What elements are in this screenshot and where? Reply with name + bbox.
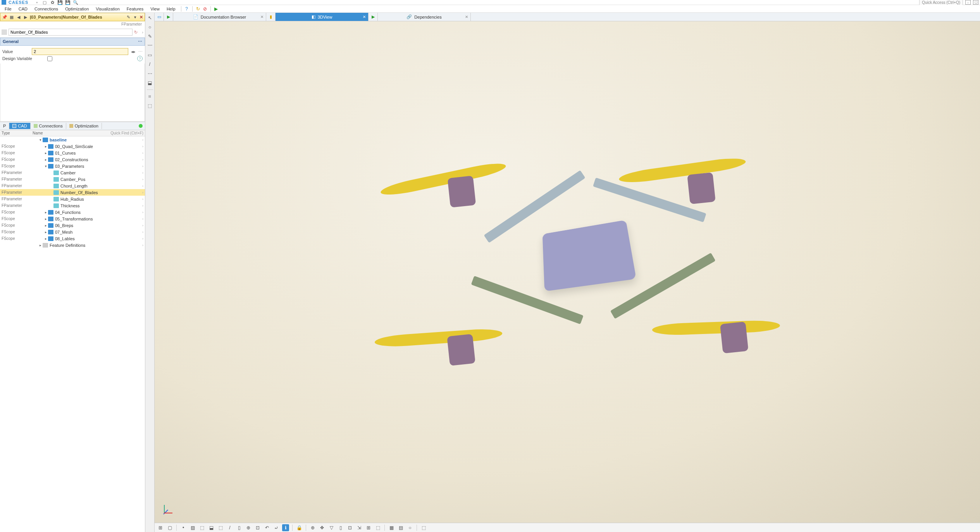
- vtool-point-icon[interactable]: ○: [146, 24, 153, 31]
- menu-features[interactable]: Features: [124, 6, 146, 12]
- close-tab-icon[interactable]: ✕: [363, 15, 366, 19]
- expander-icon[interactable]: ▾: [38, 138, 43, 142]
- value-spinner-icon[interactable]: ◂▸: [131, 49, 136, 54]
- tree-tab-p[interactable]: P: [0, 123, 9, 129]
- bt-undo-icon[interactable]: ↶: [264, 524, 270, 531]
- editor-tab-dep-pre[interactable]: ▶: [369, 13, 378, 21]
- editor-tab-dependencies[interactable]: 🔗 Dependencies ✕: [378, 13, 471, 21]
- menu-visualization[interactable]: Visualization: [93, 6, 123, 12]
- tree-row[interactable]: FScope▸06_Breps›: [0, 222, 145, 229]
- close-tab-icon[interactable]: ✕: [465, 15, 468, 19]
- dropdown-icon[interactable]: ▾: [133, 15, 138, 20]
- menu-file[interactable]: File: [2, 6, 15, 12]
- tree-row[interactable]: FScope▸01_Curves›: [0, 150, 145, 156]
- help-badge-icon[interactable]: ?: [137, 56, 143, 61]
- editor-tab-3d-pre[interactable]: ▮: [266, 13, 276, 21]
- vtool-select-icon[interactable]: ↖: [146, 14, 153, 21]
- vtool-curve-icon[interactable]: 〰: [146, 42, 153, 49]
- bt-hidden-icon[interactable]: ⬚: [217, 524, 224, 531]
- expander-icon[interactable]: ▸: [43, 210, 48, 214]
- close-panel-icon[interactable]: ✕: [140, 15, 143, 20]
- tree-row[interactable]: ▾baseline›: [0, 136, 145, 143]
- tree-row[interactable]: FScope▸02_Constructions›: [0, 156, 145, 163]
- tree-quick-find[interactable]: Quick Find (Ctrl+F): [110, 131, 143, 135]
- quick-access-field[interactable]: Quick Access (Ctrl+Q): [919, 0, 963, 5]
- tree-row[interactable]: FParameterThickness›: [0, 202, 145, 209]
- help-icon[interactable]: ?: [184, 6, 190, 12]
- bt-zoom-icon[interactable]: ⊕: [309, 524, 316, 531]
- expander-icon[interactable]: ▸: [43, 145, 48, 148]
- close-tab-icon[interactable]: ✕: [260, 15, 264, 19]
- vtool-more-icon[interactable]: ⋯: [146, 70, 153, 77]
- bt-lock-icon[interactable]: 🔒: [296, 524, 303, 531]
- bt-shade-icon[interactable]: ▨: [189, 524, 196, 531]
- tb-save-icon[interactable]: 💾: [58, 0, 62, 5]
- bt-empty-icon[interactable]: ⬚: [374, 524, 381, 531]
- tree-row[interactable]: FScope▸07_Mesh›: [0, 229, 145, 235]
- bt-circle-icon[interactable]: ○: [406, 524, 413, 531]
- general-section-header[interactable]: General ⋯: [0, 38, 145, 46]
- tree-row[interactable]: FParameterNumber_Of_Blades›: [0, 189, 145, 196]
- bt-edge-icon[interactable]: /: [226, 524, 233, 531]
- bt-redo-icon[interactable]: ⤾: [273, 524, 280, 531]
- run-icon[interactable]: ▶: [213, 6, 219, 12]
- expander-icon[interactable]: ▸: [43, 224, 48, 227]
- bt-down-icon[interactable]: ▽: [328, 524, 335, 531]
- tree-row[interactable]: FParameterHub_Radius›: [0, 196, 145, 202]
- tree-row[interactable]: FParameterCamber›: [0, 169, 145, 176]
- vtool-solid-icon[interactable]: ⬓: [146, 79, 153, 86]
- bt-pan-icon[interactable]: ✥: [319, 524, 326, 531]
- tree-row[interactable]: FScope▸05_Transformations›: [0, 215, 145, 222]
- section-menu-icon[interactable]: ⋯: [138, 39, 142, 44]
- reload-icon[interactable]: ↻: [134, 30, 140, 35]
- nav-back-icon[interactable]: ◀: [16, 15, 21, 20]
- editor-tab-add[interactable]: ▶: [164, 13, 173, 21]
- pin-icon[interactable]: 📌: [2, 15, 7, 20]
- refresh-icon[interactable]: ↻: [195, 6, 201, 12]
- nav-fwd-icon[interactable]: ▶: [23, 15, 28, 20]
- menu-view[interactable]: View: [147, 6, 163, 12]
- bt-export-icon[interactable]: ⇲: [356, 524, 363, 531]
- expander-icon[interactable]: ▸: [38, 243, 43, 247]
- tree-row[interactable]: FScope▸08_Lables›: [0, 235, 145, 242]
- edit-icon[interactable]: ✎: [126, 15, 131, 20]
- object-name-input[interactable]: [9, 29, 133, 36]
- tb-saveall-icon[interactable]: 💾: [65, 0, 70, 5]
- tree-row[interactable]: ▸Feature Definitions›: [0, 242, 145, 248]
- tree-row[interactable]: FScope▸00_Quad_SimScale›: [0, 143, 145, 150]
- bt-rect-icon[interactable]: ▯: [337, 524, 344, 531]
- tree-row[interactable]: FScope▾03_Parameters›: [0, 163, 145, 169]
- vtool-surface-icon[interactable]: ▭: [146, 52, 153, 59]
- design-variable-checkbox[interactable]: [47, 56, 52, 61]
- project-tree[interactable]: ▾baseline›FScope▸00_Quad_SimScale›FScope…: [0, 136, 145, 532]
- editor-tab-toggle[interactable]: ▭: [155, 13, 164, 21]
- expander-icon[interactable]: ▸: [43, 217, 48, 221]
- tree-row[interactable]: FScope▸04_Functions›: [0, 209, 145, 215]
- bt-grid-icon[interactable]: ⊡: [254, 524, 261, 531]
- menu-cad[interactable]: CAD: [16, 6, 31, 12]
- tb-gear-icon[interactable]: ✿: [50, 0, 55, 5]
- editor-tab-documentation[interactable]: 📄 Documentation Browser ✕: [173, 13, 266, 21]
- expander-icon[interactable]: ▸: [43, 151, 48, 155]
- expander-icon[interactable]: ▸: [43, 158, 48, 162]
- editor-tab-3dview[interactable]: ◧ 3DView ✕: [276, 13, 369, 21]
- vtool-box-icon[interactable]: ⬚: [146, 102, 153, 109]
- tree-tab-optimization[interactable]: Optimization: [66, 123, 102, 129]
- bt-solid-icon[interactable]: ⬓: [208, 524, 215, 531]
- tree-tab-connections[interactable]: Connections: [31, 123, 66, 129]
- expander-icon[interactable]: ▾: [43, 164, 48, 168]
- value-more-icon[interactable]: ⋯: [138, 49, 143, 54]
- tree-row[interactable]: FParameterCamber_Pos›: [0, 176, 145, 182]
- nav-home-icon[interactable]: ▦: [9, 15, 14, 20]
- bt-wire-icon[interactable]: ⬚: [198, 524, 205, 531]
- menu-connections[interactable]: Connections: [31, 6, 61, 12]
- bt-frame-icon[interactable]: ▢: [166, 524, 173, 531]
- bt-section-icon[interactable]: ▯: [236, 524, 243, 531]
- bt-point-icon[interactable]: •: [180, 524, 187, 531]
- vtool-line-icon[interactable]: /: [146, 61, 153, 68]
- expander-icon[interactable]: ▸: [43, 230, 48, 234]
- tree-tab-cad[interactable]: CAD: [9, 123, 30, 129]
- tb-search-icon[interactable]: 🔍: [73, 0, 78, 5]
- bt-table-icon[interactable]: ▦: [388, 524, 395, 531]
- maximize-icon[interactable]: ☐: [973, 0, 978, 5]
